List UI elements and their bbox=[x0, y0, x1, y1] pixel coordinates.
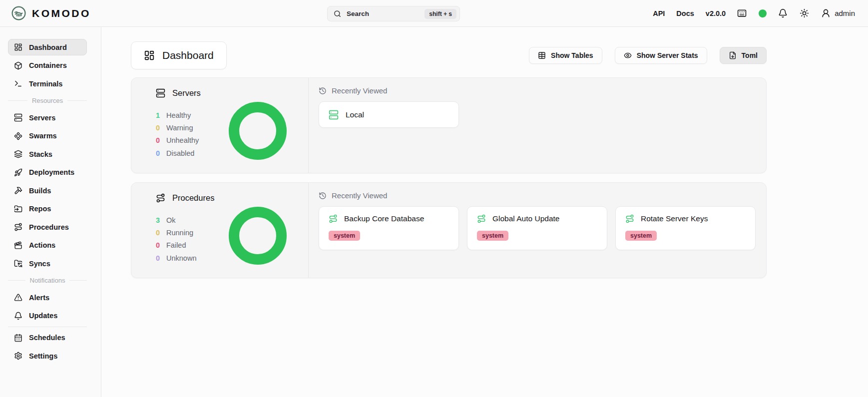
procedure-card-global-auto-update[interactable]: Global Auto Update system bbox=[467, 206, 607, 250]
search-input[interactable]: Search shift + s bbox=[327, 6, 460, 21]
notifications-button[interactable] bbox=[778, 8, 788, 18]
sidebar-item-label: Settings bbox=[29, 352, 57, 360]
search-icon bbox=[334, 10, 341, 17]
keyboard-shortcuts-button[interactable] bbox=[737, 8, 747, 18]
sidebar-item-swarms[interactable]: Swarms bbox=[8, 128, 87, 144]
gear-icon bbox=[14, 352, 22, 360]
section-label: Notifications bbox=[30, 277, 65, 284]
theme-toggle-button[interactable] bbox=[800, 8, 810, 18]
sidebar-item-label: Repos bbox=[29, 205, 51, 213]
top-bar: KOMODO Search shift + s API Docs v2.0.0 … bbox=[0, 0, 868, 27]
servers-panel-title[interactable]: Servers bbox=[156, 88, 308, 98]
recently-viewed-cards: Local bbox=[319, 101, 756, 128]
procedures-summary: Procedures 3 Ok 0 Running 0 Failed bbox=[131, 183, 309, 278]
search-shortcut-badge: shift + s bbox=[425, 9, 456, 19]
resource-name: Backup Core Database bbox=[344, 214, 424, 223]
page-title: Dashboard bbox=[162, 49, 214, 61]
sidebar-item-label: Stacks bbox=[29, 150, 52, 158]
sidebar-item-procedures[interactable]: Procedures bbox=[8, 219, 87, 235]
eye-icon bbox=[624, 51, 632, 59]
stat-label: Unhealthy bbox=[166, 136, 199, 144]
show-server-stats-button[interactable]: Show Server Stats bbox=[615, 47, 707, 64]
procedures-status-donut bbox=[229, 207, 287, 265]
stat-label: Ok bbox=[166, 216, 176, 224]
resource-name: Global Auto Update bbox=[492, 214, 559, 223]
api-link[interactable]: API bbox=[653, 9, 665, 17]
clapperboard-icon bbox=[14, 241, 22, 250]
sidebar-item-repos[interactable]: Repos bbox=[8, 201, 87, 217]
sidebar-item-deployments[interactable]: Deployments bbox=[8, 164, 87, 181]
server-icon bbox=[156, 88, 165, 98]
procedure-card-backup-core-database[interactable]: Backup Core Database system bbox=[319, 206, 459, 250]
show-tables-button[interactable]: Show Tables bbox=[529, 47, 602, 64]
bell-icon bbox=[778, 8, 788, 18]
sidebar-item-label: Schedules bbox=[29, 334, 65, 342]
component-icon bbox=[14, 132, 22, 140]
sidebar-section-resources: Resources bbox=[8, 94, 87, 108]
stat-value: 3 bbox=[156, 216, 161, 224]
sidebar-item-containers[interactable]: Containers bbox=[8, 57, 87, 74]
route-icon bbox=[14, 223, 22, 231]
toml-button[interactable]: Toml bbox=[720, 47, 767, 64]
user-menu[interactable]: admin bbox=[821, 8, 855, 18]
sidebar-item-settings[interactable]: Settings bbox=[8, 348, 87, 364]
recently-viewed-cards: Backup Core Database system Global Auto … bbox=[319, 206, 756, 250]
server-icon bbox=[14, 113, 22, 122]
brand-name: KOMODO bbox=[32, 7, 91, 19]
stat-label: Warning bbox=[166, 124, 193, 132]
sidebar-item-stacks[interactable]: Stacks bbox=[8, 146, 87, 162]
sidebar-item-updates[interactable]: Updates bbox=[8, 308, 87, 324]
system-tag: system bbox=[477, 231, 508, 241]
stat-value: 0 bbox=[156, 136, 161, 144]
sidebar-item-syncs[interactable]: Syncs bbox=[8, 255, 87, 272]
route-icon bbox=[156, 193, 165, 203]
procedures-panel: Procedures 3 Ok 0 Running 0 Failed bbox=[131, 182, 767, 278]
procedures-panel-title[interactable]: Procedures bbox=[156, 193, 308, 203]
route-icon bbox=[329, 214, 338, 223]
docs-link[interactable]: Docs bbox=[676, 9, 694, 17]
terminal-icon bbox=[14, 79, 22, 88]
sidebar-item-actions[interactable]: Actions bbox=[8, 237, 87, 254]
table-icon bbox=[538, 51, 546, 59]
route-icon bbox=[625, 214, 634, 223]
sidebar-item-label: Actions bbox=[29, 241, 55, 249]
bell-icon bbox=[14, 312, 22, 320]
stat-label: Unknown bbox=[166, 254, 196, 262]
sidebar-item-label: Updates bbox=[29, 312, 57, 320]
main-content: Dashboard Show Tables Show Server Stats … bbox=[101, 27, 868, 397]
hammer-icon bbox=[14, 186, 22, 195]
brand[interactable]: KOMODO bbox=[11, 5, 91, 21]
sidebar-item-label: Procedures bbox=[29, 223, 69, 231]
keyboard-icon bbox=[737, 8, 747, 18]
sidebar-item-builds[interactable]: Builds bbox=[8, 182, 87, 199]
system-tag: system bbox=[329, 231, 360, 241]
sidebar-item-servers[interactable]: Servers bbox=[8, 109, 87, 126]
procedures-recently-viewed: Recently Viewed Backup Core Database sys… bbox=[309, 183, 766, 278]
sidebar-item-label: Containers bbox=[29, 61, 67, 69]
sidebar-item-label: Builds bbox=[29, 187, 51, 195]
rocket-icon bbox=[14, 168, 22, 177]
sidebar-item-alerts[interactable]: Alerts bbox=[8, 289, 87, 306]
alert-triangle-icon bbox=[14, 293, 22, 302]
user-icon bbox=[821, 8, 831, 18]
recently-viewed-header: Recently Viewed bbox=[319, 191, 756, 200]
procedure-card-title: Global Auto Update bbox=[477, 214, 597, 223]
sidebar-item-dashboard[interactable]: Dashboard bbox=[8, 39, 87, 55]
servers-panel: Servers 1 Healthy 0 Warning 0 Unhealthy bbox=[131, 77, 767, 173]
stat-value: 0 bbox=[156, 254, 161, 262]
sidebar-item-label: Swarms bbox=[29, 132, 57, 140]
connection-status-dot[interactable] bbox=[759, 9, 767, 17]
stat-label: Healthy bbox=[166, 111, 191, 119]
box-icon bbox=[14, 61, 22, 70]
procedure-card-rotate-server-keys[interactable]: Rotate Server Keys system bbox=[615, 206, 756, 250]
sidebar-item-terminals[interactable]: Terminals bbox=[8, 75, 87, 92]
servers-summary: Servers 1 Healthy 0 Warning 0 Unhealthy bbox=[131, 78, 309, 173]
layers-icon bbox=[14, 150, 22, 158]
history-icon bbox=[319, 192, 327, 200]
sun-icon bbox=[800, 8, 809, 18]
version-link[interactable]: v2.0.0 bbox=[706, 9, 726, 17]
sidebar-item-label: Terminals bbox=[29, 80, 62, 88]
server-card-local[interactable]: Local bbox=[319, 101, 459, 128]
username: admin bbox=[835, 9, 855, 17]
sidebar-item-schedules[interactable]: Schedules bbox=[8, 330, 87, 346]
